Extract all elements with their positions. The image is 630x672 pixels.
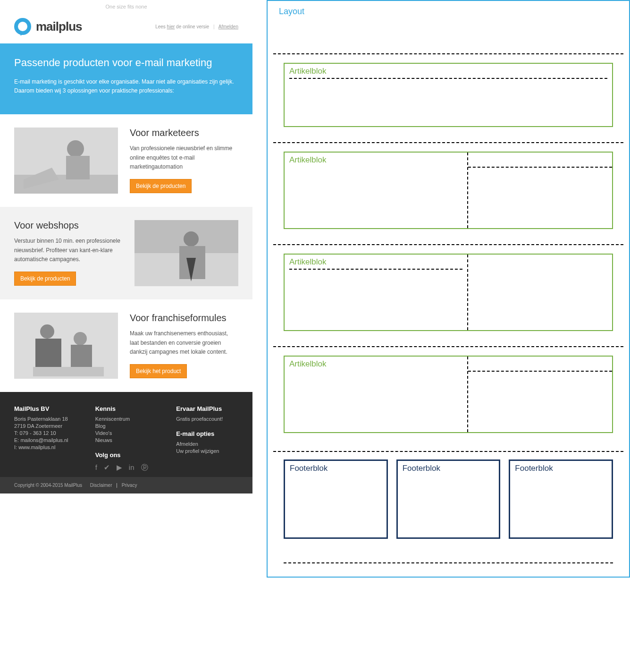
twitter-icon[interactable]: ✔ xyxy=(104,463,110,472)
footer-address-2: 2719 DA Zoetermeer xyxy=(14,423,76,429)
artikel-label: Artikelblok xyxy=(289,257,462,267)
link-kenniscentrum[interactable]: Kenniscentrum xyxy=(95,416,130,422)
link-afmelden[interactable]: Afmelden xyxy=(218,24,238,29)
svg-rect-15 xyxy=(33,367,104,376)
footer-website-link[interactable]: I: www.mailplus.nl xyxy=(14,444,55,450)
facebook-icon[interactable]: f xyxy=(95,463,97,472)
s3-button[interactable]: Bekijk het product xyxy=(130,364,187,378)
separator: | xyxy=(213,24,215,29)
s2-button[interactable]: Bekijk de producten xyxy=(14,272,76,286)
meta-lees: Lees xyxy=(155,24,166,29)
artikel-label: Artikelblok xyxy=(289,67,607,76)
s1-body: Van professionele nieuwsbrief en slimme … xyxy=(130,144,238,171)
link-online-version[interactable]: hier xyxy=(167,24,175,29)
logo-icon xyxy=(14,18,31,35)
link-proefaccount[interactable]: Gratis proefaccount! xyxy=(176,416,223,422)
artikel-label: Artikelblok xyxy=(289,155,462,165)
copyright-text: Copyright © 2004-2015 MailPlus xyxy=(14,483,82,488)
link-privacy[interactable]: Privacy xyxy=(122,483,137,488)
link-blog[interactable]: Blog xyxy=(95,423,106,429)
footer-emailopties-heading: E-mail opties xyxy=(176,430,238,437)
logo-text: mailplus xyxy=(36,19,82,34)
image-webshops xyxy=(134,220,238,286)
diagram-footerblok-1: Footerblok xyxy=(284,459,388,539)
diagram-layout-label: Layout xyxy=(273,5,623,18)
link-profiel-wijzigen[interactable]: Uw profiel wijzigen xyxy=(176,448,219,454)
svg-point-11 xyxy=(40,324,54,339)
header-meta: Lees hier de online versie | Afmelden xyxy=(155,24,238,29)
linkedin-icon[interactable]: in xyxy=(129,463,134,472)
section-webshops: Voor webshops Verstuur binnen 10 min. ee… xyxy=(0,207,252,299)
footer-col-kennis: Kennis Kenniscentrum Blog Video's Nieuws… xyxy=(95,405,158,472)
footer-email-link[interactable]: E: mailons@mailplus.nl xyxy=(14,437,68,443)
footer-phone: T: 079 - 363 12 10 xyxy=(14,430,76,436)
link-nieuws[interactable]: Nieuws xyxy=(95,437,112,443)
svg-point-2 xyxy=(67,140,84,157)
hero-block: Passende producten voor e-mail marketing… xyxy=(0,43,252,114)
footer-kennis-heading: Kennis xyxy=(95,405,158,412)
artikel-label: Artikelblok xyxy=(289,359,462,369)
footer-address-1: Boris Pasternaklaan 18 xyxy=(14,416,76,422)
svg-point-13 xyxy=(74,332,87,345)
hero-body: E-mail marketing is geschikt voor elke o… xyxy=(14,77,238,95)
image-franchise xyxy=(14,313,118,379)
footer-volgons-heading: Volg ons xyxy=(95,451,158,459)
diagram-footerblok-2: Footerblok xyxy=(396,459,501,539)
youtube-icon[interactable]: ▶ xyxy=(117,463,122,472)
diagram-artikelblok-3: Artikelblok xyxy=(284,254,613,331)
footer-col-ervaar: Ervaar MailPlus Gratis proefaccount! E-m… xyxy=(176,405,238,472)
diagram-footerblok-3: Footerblok xyxy=(509,459,613,539)
svg-rect-3 xyxy=(66,156,90,179)
diagram-artikelblok-4: Artikelblok xyxy=(284,356,613,433)
footer-ervaar-heading: Ervaar MailPlus xyxy=(176,405,238,412)
separator: | xyxy=(116,483,118,488)
s2-body: Verstuur binnen 10 min. een professionel… xyxy=(14,237,123,264)
pinterest-icon[interactable]: ⓟ xyxy=(141,463,148,472)
logo: mailplus xyxy=(14,18,82,35)
hero-title: Passende producten voor e-mail marketing xyxy=(14,57,238,69)
s1-button[interactable]: Bekijk de producten xyxy=(130,179,192,193)
diagram-footer-row: Footerblok Footerblok Footerblok xyxy=(273,451,623,558)
s3-title: Voor franchiseformules xyxy=(130,313,238,323)
layout-diagram: Layout Artikelblok Artikelblok Artikelbl… xyxy=(267,0,630,578)
copyright-bar: Copyright © 2004-2015 MailPlus Disclaime… xyxy=(0,477,252,493)
diagram-artikelblok-2: Artikelblok xyxy=(284,152,613,229)
diagram-artikelblok-1: Artikelblok xyxy=(284,63,613,127)
meta-rest: de online versie xyxy=(176,24,209,29)
footer-company-heading: MailPlus BV xyxy=(14,405,76,412)
preheader: One size fits none xyxy=(0,0,252,13)
s1-title: Voor marketeers xyxy=(130,128,238,138)
s2-title: Voor webshops xyxy=(14,220,123,231)
svg-rect-12 xyxy=(35,339,61,372)
svg-point-7 xyxy=(184,231,199,247)
link-videos[interactable]: Video's xyxy=(95,430,112,436)
footer-col-company: MailPlus BV Boris Pasternaklaan 18 2719 … xyxy=(14,405,76,472)
image-marketeers xyxy=(14,128,118,194)
footer: MailPlus BV Boris Pasternaklaan 18 2719 … xyxy=(0,392,252,477)
link-footer-afmelden[interactable]: Afmelden xyxy=(176,441,198,447)
link-disclaimer[interactable]: Disclaimer xyxy=(90,483,112,488)
section-franchise: Voor franchiseformules Maak uw franchise… xyxy=(0,299,252,392)
s3-body: Maak uw franchisenemers enthousiast, laa… xyxy=(130,329,238,357)
section-marketeers: Voor marketeers Van professionele nieuws… xyxy=(0,114,252,207)
